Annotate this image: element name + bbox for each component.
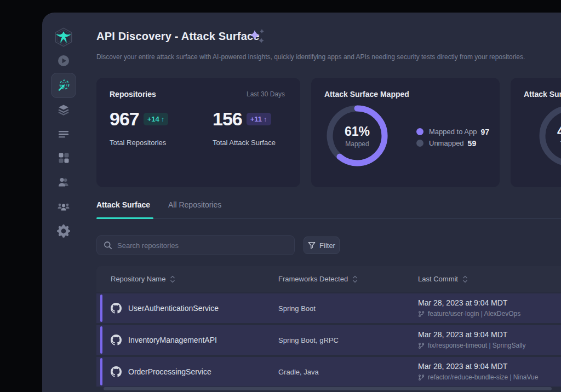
sort-icon (170, 275, 175, 283)
commit-cell: Mar 28, 2023 at 9:04 MDT feature/user-lo… (418, 298, 520, 318)
layers-icon (57, 103, 70, 116)
sidebar-item-play[interactable] (51, 49, 76, 73)
attack-surface-mapped-card: Attack Surface Mapped 61% Mapped Mapped … (311, 78, 500, 187)
branch-author: refactor/reduce-bundle-size | NinaVue (428, 373, 538, 381)
table-row[interactable]: UserAuthenticationService Spring Boot Ma… (96, 293, 561, 323)
legend-dot-gray (416, 140, 423, 147)
sidebar (42, 13, 85, 392)
metric-value: 156 (213, 108, 242, 130)
github-icon (111, 366, 122, 377)
mapped-donut-chart: 61% Mapped (325, 104, 389, 168)
repo-name: OrderProcessingService (128, 367, 211, 376)
app-window: API Discovery - Attack Surface Discover … (42, 13, 561, 392)
sparkles-icon (248, 28, 267, 48)
filter-button[interactable]: Filter (304, 237, 340, 254)
sort-icon (352, 275, 358, 283)
page-subtitle: Discover your entire attack surface with… (96, 53, 525, 61)
attack-surface-target-icon (57, 79, 70, 92)
commit-date: Mar 28, 2023 at 9:04 MDT (418, 330, 526, 339)
team-icon (56, 200, 71, 214)
users-icon (57, 176, 70, 189)
card-period: Last 30 Days (247, 90, 285, 98)
active-tab-indicator (96, 217, 153, 219)
sidebar-item-apps[interactable] (51, 146, 76, 170)
sidebar-item-list[interactable] (51, 122, 76, 146)
sidebar-item-settings[interactable] (51, 219, 76, 243)
horizontal-scrollbar[interactable] (104, 387, 552, 390)
row-accent-bar (100, 326, 102, 354)
donut-percent: 61% (345, 124, 370, 139)
frameworks-cell: Gradle, Java (278, 357, 319, 387)
repo-name: InventoryManagementAPI (128, 336, 217, 344)
mapped-legend: Mapped to App 97 Unmapped 59 (416, 126, 489, 149)
delta-badge: +14 ↑ (144, 113, 169, 125)
git-branch-icon (418, 374, 425, 381)
frameworks-cell: Spring Boot, gRPC (278, 325, 339, 355)
table-row[interactable]: OrderProcessingService Gradle, Java Mar … (96, 357, 561, 387)
sidebar-item-team[interactable] (51, 195, 76, 219)
page-title: API Discovery - Attack Surface (96, 30, 260, 43)
search-icon (104, 241, 112, 250)
legend-item-mapped: Mapped to App 97 (416, 126, 489, 137)
sidebar-item-layers[interactable] (51, 97, 76, 122)
table-row[interactable]: InventoryManagementAPI Spring Boot, gRPC… (96, 325, 561, 355)
sidebar-item-users[interactable] (51, 170, 76, 194)
filter-funnel-icon (308, 241, 316, 249)
git-branch-icon (418, 310, 425, 318)
table-header: Repository Name Frameworks Detected Last… (96, 266, 561, 292)
branch-author: feature/user-login | AlexDevOps (428, 310, 520, 318)
play-circle-icon (56, 54, 71, 68)
apps-grid-icon (57, 151, 70, 164)
metric-total-repositories: 967 +14 ↑ Total Repositories (110, 108, 168, 147)
tab-all-repositories[interactable]: All Repositories (168, 200, 221, 209)
card-title: Attack Surface Tested (524, 90, 561, 99)
card-title: Repositories (110, 90, 156, 99)
column-header-last-commit[interactable]: Last Commit (418, 275, 468, 283)
commit-cell: Mar 28, 2023 at 9:04 MDT refactor/reduce… (418, 362, 538, 381)
commit-date: Mar 28, 2023 at 9:04 MDT (418, 298, 520, 307)
repositories-card: Repositories Last 30 Days 967 +14 ↑ Tota… (96, 78, 300, 187)
column-header-repository-name[interactable]: Repository Name (111, 275, 175, 283)
phoenix-logo-icon (53, 27, 74, 48)
git-branch-icon (418, 342, 425, 349)
github-icon (111, 335, 122, 345)
search-input[interactable] (117, 241, 288, 250)
metric-label: Total Repositories (110, 139, 168, 147)
tested-donut-chart: 49% Tested (538, 104, 561, 168)
settings-gear-icon (57, 224, 70, 238)
commit-date: Mar 28, 2023 at 9:04 MDT (418, 362, 538, 371)
search-box[interactable] (96, 235, 295, 255)
metric-value: 967 (110, 108, 139, 130)
repo-name: UserAuthenticationService (128, 304, 219, 313)
metric-total-attack-surface: 156 +11 ↑ Total Attack Surface (213, 108, 276, 147)
github-icon (111, 303, 122, 314)
arrow-up-icon: ↑ (264, 115, 267, 123)
row-accent-bar (100, 295, 102, 322)
arrow-up-icon: ↑ (161, 115, 165, 123)
donut-sublabel: Mapped (345, 140, 369, 148)
donut-percent: 49% (557, 124, 561, 139)
tab-divider (96, 218, 561, 219)
row-accent-bar (100, 358, 102, 385)
column-header-frameworks[interactable]: Frameworks Detected (278, 275, 358, 283)
sort-icon (462, 275, 468, 283)
sidebar-item-attack-surface[interactable] (51, 73, 76, 97)
frameworks-cell: Spring Boot (278, 293, 316, 323)
legend-dot-purple (416, 128, 423, 135)
card-title: Attack Surface Mapped (324, 90, 409, 99)
commit-cell: Mar 28, 2023 at 9:04 MDT fix/response-ti… (418, 330, 526, 349)
legend-item-unmapped: Unmapped 59 (416, 137, 489, 149)
list-icon (57, 128, 70, 141)
branch-author: fix/response-timeout | SpringSally (428, 342, 526, 349)
attack-surface-tested-card: Attack Surface Tested 49% Tested (511, 78, 561, 187)
delta-badge: +11 ↑ (247, 113, 271, 125)
tab-attack-surface[interactable]: Attack Surface (96, 200, 150, 209)
metric-label: Total Attack Surface (213, 139, 276, 147)
